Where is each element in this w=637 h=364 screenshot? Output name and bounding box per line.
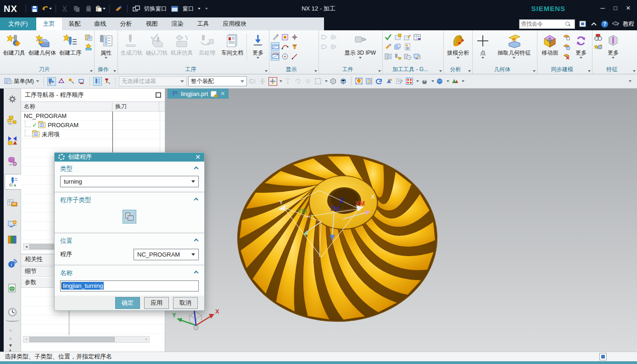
menu-button[interactable]: 菜单(M)	[3, 77, 40, 86]
qat-overflow-caret[interactable]	[205, 8, 208, 10]
apply-button[interactable]: 应用	[144, 297, 169, 309]
toolpath-select-icon[interactable]	[93, 77, 102, 86]
operation-more-button[interactable]: 更多	[248, 32, 268, 66]
fullscreen-icon[interactable]	[578, 20, 587, 28]
tool-adjust-icon[interactable]	[394, 52, 402, 61]
column-tool-change[interactable]: 换刀	[112, 102, 159, 111]
impeller-model[interactable]: YXYMZMXMZYXZ	[165, 99, 637, 352]
fit-view-icon[interactable]	[355, 77, 363, 86]
perspective-icon[interactable]	[385, 77, 394, 86]
render-caret[interactable]	[431, 80, 434, 82]
group-workpiece-caret[interactable]	[378, 70, 381, 72]
find-feature-icon[interactable]	[594, 33, 603, 41]
copy-button[interactable]	[72, 4, 82, 13]
library-navigator-icon[interactable]	[5, 232, 20, 247]
group-operate-caret[interactable]	[113, 70, 116, 72]
create-geometry-button[interactable]: 创建几何体	[27, 32, 57, 66]
select-tool-icon[interactable]	[384, 42, 393, 51]
type-collapse-icon[interactable]	[194, 167, 199, 171]
effects-icon[interactable]	[451, 77, 459, 86]
tab-view[interactable]: 视图	[139, 17, 165, 30]
tab-home[interactable]: 主页	[36, 17, 62, 30]
create-tool-button[interactable]: 创建刀具	[1, 32, 27, 66]
select-component-icon[interactable]	[78, 77, 86, 86]
selection-scope-combo[interactable]: 整个装配	[188, 76, 247, 86]
ipw-option-icon-3[interactable]	[320, 42, 329, 51]
undock-icon[interactable]	[156, 92, 161, 98]
shading-caret[interactable]	[447, 80, 449, 82]
group-machining-tools-caret[interactable]	[439, 70, 442, 72]
machining-time-icon[interactable]	[403, 52, 412, 61]
minimize-ribbon-icon[interactable]	[590, 20, 598, 28]
tab-assembly[interactable]: 装配	[62, 17, 88, 30]
verify-toolpath-button[interactable]: 确认刀轨	[144, 32, 169, 66]
line-display-icon[interactable]	[290, 52, 299, 61]
constraint-navigator-icon[interactable]	[5, 133, 20, 148]
drafting-view-icon[interactable]	[395, 77, 404, 86]
close-button[interactable]: ✕	[623, 4, 633, 13]
edit-setup-icon[interactable]	[403, 33, 412, 41]
switch-window-icon[interactable]	[131, 4, 141, 13]
feature-more-button[interactable]: 更多	[603, 32, 623, 66]
graphics-viewport[interactable]: lingjian.prt ✕ YXYMZMXMZYXZ	[165, 89, 637, 352]
check-tool-icon[interactable]	[384, 33, 393, 41]
selection-filter-combo[interactable]: 无选择过滤器	[119, 76, 187, 86]
show-2d-workpiece-icon[interactable]	[271, 42, 279, 51]
adjust-face-icon[interactable]	[562, 42, 570, 51]
column-name[interactable]: 名称	[21, 102, 112, 111]
machining-data-table-icon[interactable]	[413, 33, 422, 41]
resource-splitter[interactable]	[6, 318, 19, 322]
rotate-view-icon[interactable]	[375, 77, 384, 86]
ipw-option-icon-2[interactable]	[330, 33, 339, 41]
operation-more-caret[interactable]	[257, 57, 259, 59]
paste-special-button[interactable]	[95, 4, 106, 13]
cut-button[interactable]	[60, 4, 70, 13]
shaded-view-icon[interactable]	[339, 77, 348, 86]
name-collapse-icon[interactable]	[194, 271, 199, 275]
point-button[interactable]: 点	[474, 32, 492, 66]
snap-point-toggle-icon[interactable]	[268, 77, 277, 86]
part-tab[interactable]: lingjian.prt ✕	[168, 89, 229, 99]
sync-more-button[interactable]: 更多	[571, 32, 591, 66]
tool-display-icon[interactable]	[290, 42, 299, 51]
show-mcs-icon[interactable]	[290, 33, 299, 41]
create-feature-icon[interactable]	[84, 42, 93, 51]
group-insert-caret[interactable]	[90, 70, 93, 72]
feature-recognition-icon[interactable]	[594, 42, 603, 51]
effects-caret[interactable]	[462, 80, 464, 82]
tab-application[interactable]: 应用模块	[216, 17, 254, 30]
assembly-navigator-icon[interactable]	[5, 112, 20, 128]
web-browser-icon[interactable]	[5, 280, 20, 296]
tree-row-program[interactable]: ✓ PROGRAM	[21, 121, 165, 130]
part-tab-close-icon[interactable]: ✕	[220, 90, 225, 97]
operation-report-icon[interactable]	[403, 42, 412, 51]
tool-select-icon[interactable]	[103, 77, 112, 86]
copy-face-icon[interactable]	[562, 33, 570, 41]
curve-display-icon[interactable]	[280, 42, 289, 51]
hand-rotate-icon[interactable]	[294, 77, 302, 86]
tab-render[interactable]: 渲染	[165, 17, 190, 30]
object-display-dropdown-icon[interactable]	[280, 33, 289, 41]
shop-documentation-button[interactable]: 车间文档	[220, 32, 245, 66]
maximize-button[interactable]: □	[610, 4, 620, 13]
fit-window-icon[interactable]	[599, 353, 607, 360]
type-dropdown[interactable]: turning	[60, 176, 199, 187]
group-operation-caret[interactable]	[265, 70, 268, 72]
save-button[interactable]	[30, 4, 40, 13]
group-feature-caret[interactable]	[633, 70, 636, 72]
tab-curve[interactable]: 曲线	[88, 17, 113, 30]
operation-navigator-icon[interactable]	[5, 174, 21, 190]
tab-tools[interactable]: 工具	[190, 17, 216, 30]
ok-button[interactable]: 确定	[115, 297, 140, 309]
scroll-up-icon[interactable]: ▲	[8, 327, 13, 332]
tab-analysis[interactable]: 分析	[113, 17, 139, 30]
postprocess-button[interactable]: 后处理	[195, 32, 220, 66]
scroll-thumb[interactable]	[29, 337, 115, 342]
tree-row-nc-program[interactable]: NC_PROGRAM	[21, 112, 165, 121]
create-program-icon[interactable]	[84, 33, 93, 41]
group-analysis-caret[interactable]	[468, 70, 471, 72]
workpiece-setup-icon[interactable]	[394, 33, 402, 41]
group-synchronous-caret[interactable]	[588, 70, 591, 72]
move-face-button[interactable]: 移动面	[538, 32, 561, 66]
machine-tool-navigator-icon[interactable]	[5, 196, 20, 211]
